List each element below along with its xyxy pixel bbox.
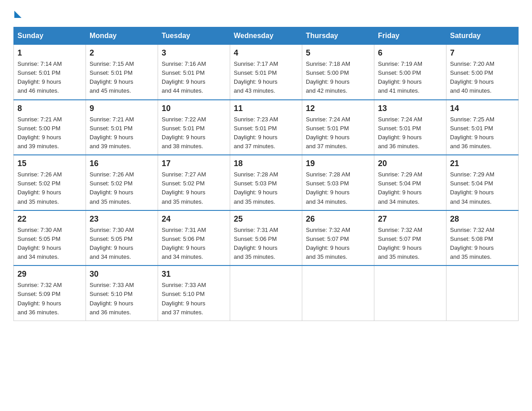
calendar-cell [374, 265, 446, 321]
day-number: 15 [17, 159, 82, 168]
calendar-cell: 17Sunrise: 7:27 AMSunset: 5:02 PMDayligh… [158, 155, 230, 210]
calendar-cell: 21Sunrise: 7:29 AMSunset: 5:04 PMDayligh… [446, 155, 519, 210]
day-number: 14 [450, 104, 515, 113]
calendar-cell: 19Sunrise: 7:28 AMSunset: 5:03 PMDayligh… [302, 155, 374, 210]
day-info: Sunrise: 7:32 AMSunset: 5:08 PMDaylight:… [450, 226, 515, 262]
logo-triangle-icon [14, 11, 21, 18]
column-header-tuesday: Tuesday [158, 27, 230, 45]
column-header-saturday: Saturday [446, 27, 519, 45]
day-info: Sunrise: 7:32 AMSunset: 5:09 PMDaylight:… [17, 281, 82, 317]
day-info: Sunrise: 7:24 AMSunset: 5:01 PMDaylight:… [306, 115, 370, 151]
logo [13, 9, 21, 18]
column-header-thursday: Thursday [302, 27, 374, 45]
day-info: Sunrise: 7:15 AMSunset: 5:01 PMDaylight:… [90, 60, 154, 96]
calendar-cell: 12Sunrise: 7:24 AMSunset: 5:01 PMDayligh… [302, 100, 374, 155]
calendar-cell: 1Sunrise: 7:14 AMSunset: 5:01 PMDaylight… [14, 45, 86, 100]
day-number: 1 [17, 48, 82, 58]
day-number: 26 [306, 214, 370, 224]
day-info: Sunrise: 7:18 AMSunset: 5:00 PMDaylight:… [306, 60, 370, 96]
column-header-sunday: Sunday [14, 27, 86, 45]
calendar-cell: 23Sunrise: 7:30 AMSunset: 5:05 PMDayligh… [86, 210, 158, 266]
calendar-cell: 31Sunrise: 7:33 AMSunset: 5:10 PMDayligh… [158, 265, 230, 321]
calendar-header-row: SundayMondayTuesdayWednesdayThursdayFrid… [14, 27, 519, 45]
day-number: 10 [162, 104, 226, 113]
column-header-monday: Monday [86, 27, 158, 45]
day-number: 3 [162, 48, 226, 58]
day-number: 19 [306, 159, 370, 168]
day-info: Sunrise: 7:25 AMSunset: 5:01 PMDaylight:… [450, 115, 515, 151]
calendar-cell: 25Sunrise: 7:31 AMSunset: 5:06 PMDayligh… [230, 210, 302, 266]
day-info: Sunrise: 7:29 AMSunset: 5:04 PMDaylight:… [450, 170, 515, 206]
day-info: Sunrise: 7:21 AMSunset: 5:00 PMDaylight:… [17, 115, 82, 151]
day-info: Sunrise: 7:22 AMSunset: 5:01 PMDaylight:… [162, 115, 226, 151]
calendar-cell: 4Sunrise: 7:17 AMSunset: 5:01 PMDaylight… [230, 45, 302, 100]
calendar-cell: 14Sunrise: 7:25 AMSunset: 5:01 PMDayligh… [446, 100, 519, 155]
calendar-cell [302, 265, 374, 321]
day-info: Sunrise: 7:16 AMSunset: 5:01 PMDaylight:… [162, 60, 226, 96]
calendar-cell: 16Sunrise: 7:26 AMSunset: 5:02 PMDayligh… [86, 155, 158, 210]
day-info: Sunrise: 7:32 AMSunset: 5:07 PMDaylight:… [378, 226, 442, 262]
day-info: Sunrise: 7:29 AMSunset: 5:04 PMDaylight:… [378, 170, 442, 206]
calendar-cell: 13Sunrise: 7:24 AMSunset: 5:01 PMDayligh… [374, 100, 446, 155]
day-number: 17 [162, 159, 226, 168]
calendar-cell: 15Sunrise: 7:26 AMSunset: 5:02 PMDayligh… [14, 155, 86, 210]
calendar-cell: 20Sunrise: 7:29 AMSunset: 5:04 PMDayligh… [374, 155, 446, 210]
day-number: 4 [234, 48, 298, 58]
day-number: 29 [17, 270, 82, 279]
calendar-cell: 5Sunrise: 7:18 AMSunset: 5:00 PMDaylight… [302, 45, 374, 100]
day-info: Sunrise: 7:26 AMSunset: 5:02 PMDaylight:… [90, 170, 154, 206]
day-number: 16 [90, 159, 154, 168]
day-number: 9 [90, 104, 154, 113]
day-info: Sunrise: 7:30 AMSunset: 5:05 PMDaylight:… [17, 226, 82, 262]
calendar-cell [446, 265, 519, 321]
calendar-cell: 18Sunrise: 7:28 AMSunset: 5:03 PMDayligh… [230, 155, 302, 210]
calendar-cell: 8Sunrise: 7:21 AMSunset: 5:00 PMDaylight… [14, 100, 86, 155]
calendar-cell: 7Sunrise: 7:20 AMSunset: 5:00 PMDaylight… [446, 45, 519, 100]
calendar-week-row: 29Sunrise: 7:32 AMSunset: 5:09 PMDayligh… [14, 265, 519, 321]
calendar-cell: 26Sunrise: 7:32 AMSunset: 5:07 PMDayligh… [302, 210, 374, 266]
day-info: Sunrise: 7:23 AMSunset: 5:01 PMDaylight:… [234, 115, 298, 151]
day-info: Sunrise: 7:32 AMSunset: 5:07 PMDaylight:… [306, 226, 370, 262]
calendar-cell: 6Sunrise: 7:19 AMSunset: 5:00 PMDaylight… [374, 45, 446, 100]
day-number: 30 [90, 270, 154, 279]
day-number: 20 [378, 159, 442, 168]
day-info: Sunrise: 7:28 AMSunset: 5:03 PMDaylight:… [234, 170, 298, 206]
day-number: 31 [162, 270, 226, 279]
page-header [13, 9, 519, 18]
column-header-friday: Friday [374, 27, 446, 45]
day-number: 11 [234, 104, 298, 113]
calendar-cell: 11Sunrise: 7:23 AMSunset: 5:01 PMDayligh… [230, 100, 302, 155]
column-header-wednesday: Wednesday [230, 27, 302, 45]
calendar-cell [230, 265, 302, 321]
day-number: 21 [450, 159, 515, 168]
day-info: Sunrise: 7:17 AMSunset: 5:01 PMDaylight:… [234, 60, 298, 96]
calendar-week-row: 22Sunrise: 7:30 AMSunset: 5:05 PMDayligh… [14, 210, 519, 266]
day-number: 27 [378, 214, 442, 224]
day-info: Sunrise: 7:26 AMSunset: 5:02 PMDaylight:… [17, 170, 82, 206]
calendar-cell: 27Sunrise: 7:32 AMSunset: 5:07 PMDayligh… [374, 210, 446, 266]
calendar-week-row: 15Sunrise: 7:26 AMSunset: 5:02 PMDayligh… [14, 155, 519, 210]
calendar-cell: 10Sunrise: 7:22 AMSunset: 5:01 PMDayligh… [158, 100, 230, 155]
calendar-cell: 28Sunrise: 7:32 AMSunset: 5:08 PMDayligh… [446, 210, 519, 266]
calendar-table: SundayMondayTuesdayWednesdayThursdayFrid… [13, 27, 519, 321]
calendar-cell: 22Sunrise: 7:30 AMSunset: 5:05 PMDayligh… [14, 210, 86, 266]
day-number: 13 [378, 104, 442, 113]
day-number: 18 [234, 159, 298, 168]
day-info: Sunrise: 7:33 AMSunset: 5:10 PMDaylight:… [162, 281, 226, 317]
day-number: 8 [17, 104, 82, 113]
day-number: 24 [162, 214, 226, 224]
day-number: 25 [234, 214, 298, 224]
calendar-week-row: 8Sunrise: 7:21 AMSunset: 5:00 PMDaylight… [14, 100, 519, 155]
day-info: Sunrise: 7:27 AMSunset: 5:02 PMDaylight:… [162, 170, 226, 206]
calendar-cell: 30Sunrise: 7:33 AMSunset: 5:10 PMDayligh… [86, 265, 158, 321]
day-number: 5 [306, 48, 370, 58]
day-info: Sunrise: 7:24 AMSunset: 5:01 PMDaylight:… [378, 115, 442, 151]
day-info: Sunrise: 7:31 AMSunset: 5:06 PMDaylight:… [162, 226, 226, 262]
day-info: Sunrise: 7:21 AMSunset: 5:01 PMDaylight:… [90, 115, 154, 151]
calendar-cell: 2Sunrise: 7:15 AMSunset: 5:01 PMDaylight… [86, 45, 158, 100]
calendar-cell: 29Sunrise: 7:32 AMSunset: 5:09 PMDayligh… [14, 265, 86, 321]
day-info: Sunrise: 7:31 AMSunset: 5:06 PMDaylight:… [234, 226, 298, 262]
calendar-cell: 3Sunrise: 7:16 AMSunset: 5:01 PMDaylight… [158, 45, 230, 100]
day-info: Sunrise: 7:33 AMSunset: 5:10 PMDaylight:… [90, 281, 154, 317]
day-info: Sunrise: 7:19 AMSunset: 5:00 PMDaylight:… [378, 60, 442, 96]
